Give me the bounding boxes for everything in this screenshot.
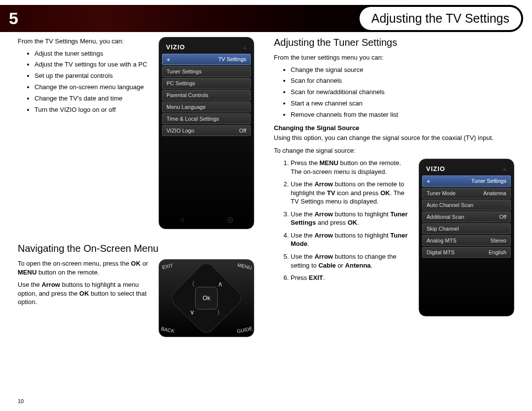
wifi-icon: ⌂ — [503, 166, 507, 171]
back-label: BACK — [161, 326, 175, 334]
step-item: Use the Arrow buttons to change the sett… — [291, 252, 411, 270]
nav-heading: Navigating the On-Screen Menu — [18, 243, 259, 254]
remote-dpad-image: EXIT MENU BACK GUIDE Ok ∧ ∨ 〈 〉 — [159, 259, 254, 337]
brand-label: VIZIO — [166, 43, 185, 51]
exit-label: EXIT — [162, 263, 173, 270]
step-item: Use the Arrow buttons to highlight Tuner… — [291, 231, 411, 248]
signal-lead: To change the signal source: — [274, 146, 514, 155]
signal-source-heading: Changing the Signal Source — [274, 124, 514, 132]
arrow-down-icon: ∨ — [190, 308, 195, 316]
star-icon: ☆ — [180, 216, 185, 225]
chapter-number: 5 — [9, 9, 18, 28]
signal-steps: Press the MENU button on the remote. The… — [274, 159, 411, 282]
list-item: Start a new channel scan — [291, 100, 514, 108]
brand-label: VIZIO — [426, 165, 445, 172]
step-item: Press the MENU button on the remote. The… — [291, 159, 411, 176]
tuner-intro: From the tuner settings menu you can: — [274, 53, 514, 62]
arrow-right-icon: 〉 — [217, 308, 224, 317]
page-number: 10 — [18, 398, 24, 404]
list-item: Scan for channels — [291, 77, 514, 85]
intro-text: From the TV Settings Menu, you can: — [18, 37, 151, 46]
v-icon: ⓥ — [227, 216, 233, 225]
chapter-header: 5 Adjusting the TV Settings — [0, 5, 523, 32]
list-item: Set up the parental controls — [34, 72, 151, 80]
ok-button: Ok — [195, 287, 218, 309]
nav-paragraph-2: Use the Arrow buttons to highlight a men… — [18, 280, 151, 307]
list-item: Change the signal source — [291, 66, 514, 74]
tv-settings-screenshot: VIZIO ⌂ TV Settings Tuner Settings PC Se… — [159, 37, 254, 229]
tuner-list: Change the signal source Scan for channe… — [274, 66, 514, 119]
tv-settings-list: Adjust the tuner settings Adjust the TV … — [18, 50, 151, 114]
step-item: Use the Arrow buttons on the remote to h… — [291, 180, 411, 206]
list-item: Turn the VIZIO logo on or off — [34, 106, 151, 114]
list-item: Remove channels from the master list — [291, 111, 514, 119]
step-item: Press EXIT. — [291, 274, 411, 282]
guide-label: GUIDE — [237, 326, 253, 334]
list-item: Adjust the tuner settings — [34, 50, 151, 58]
list-item: Change the TV's date and time — [34, 95, 151, 103]
list-item: Change the on-screen menu language — [34, 83, 151, 92]
arrow-left-icon: 〈 — [188, 280, 195, 289]
menu-label: MENU — [237, 262, 252, 271]
nav-paragraph-1: To open the on-screen menu, press the OK… — [18, 259, 151, 276]
tuner-heading: Adjusting the Tuner Settings — [274, 37, 514, 48]
signal-paragraph: Using this option, you can change the si… — [274, 134, 514, 142]
list-item: Scan for new/additional channels — [291, 88, 514, 97]
tuner-settings-screenshot: VIZIO ⌂ Tuner Settings Tuner ModeAnatenn… — [419, 159, 514, 316]
wifi-icon: ⌂ — [243, 44, 247, 50]
step-item: Use the Arrow buttons to highlight Tuner… — [291, 210, 411, 227]
list-item: Adjust the TV settings for use with a PC — [34, 61, 151, 69]
chapter-title: Adjusting the TV Settings — [360, 7, 521, 30]
arrow-up-icon: ∧ — [218, 280, 223, 288]
menu-title: TV Settings — [218, 56, 246, 63]
menu-title: Tuner Settings — [471, 178, 506, 184]
